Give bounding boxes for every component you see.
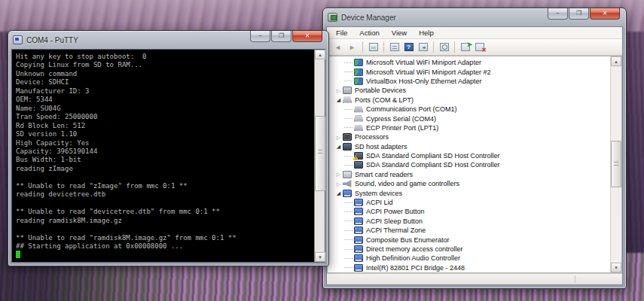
window-controls: − ❐ ✕ xyxy=(547,8,620,20)
expand-arrow-icon[interactable]: ▷ xyxy=(335,171,342,178)
tree-item-label: Composite Bus Enumerator xyxy=(366,236,450,244)
tree-item[interactable]: Intel(R) 82801 PCI Bridge - 2448 xyxy=(329,263,609,272)
terminal-line: reading zImage xyxy=(16,165,311,173)
tree-item[interactable]: Communications Port (COM1) xyxy=(329,105,609,114)
tree-item-label: SD host adapters xyxy=(355,143,407,150)
expand-arrow-icon[interactable]: ▷ xyxy=(335,87,342,94)
tree-item[interactable]: !SDA Standard Compliant SD Host Controll… xyxy=(329,151,609,160)
menu-help[interactable]: Help xyxy=(413,29,440,37)
scroll-down-icon[interactable]: ▼ xyxy=(611,263,621,272)
tree-item-label: VirtualBox Host-Only Ethernet Adapter xyxy=(366,78,481,85)
tree-item[interactable]: High Definition Audio Controller xyxy=(329,254,609,263)
device-manager-titlebar[interactable]: Device Manager − ❐ ✕ xyxy=(323,8,626,26)
tree-item-label: ACPI Thermal Zone xyxy=(366,227,426,234)
expand-arrow-icon[interactable]: ▷ xyxy=(335,181,342,187)
tree-item[interactable]: Direct memory access controller xyxy=(329,245,609,254)
scan-hardware-changes-icon[interactable] xyxy=(438,42,450,53)
minimize-button[interactable]: − xyxy=(250,31,270,42)
close-button[interactable]: ✕ xyxy=(590,8,620,20)
terminal-line: reading devicetree.dtb xyxy=(16,190,311,199)
collapse-arrow-icon[interactable]: ◢ xyxy=(335,190,342,196)
desktop: Device Manager − ❐ ✕ File Action View He… xyxy=(0,0,644,301)
tree-item-label: Cypress Serial (COM4) xyxy=(366,115,436,123)
uninstall-device-icon[interactable]: ✕ xyxy=(474,42,485,53)
minimize-button[interactable]: − xyxy=(548,8,568,20)
back-icon[interactable]: ◄ xyxy=(332,42,343,53)
tree-item[interactable]: ACPI Lid xyxy=(329,198,609,207)
show-console-tree-icon[interactable] xyxy=(368,42,379,53)
tree-connector xyxy=(344,267,353,268)
tree-item[interactable]: ◢Ports (COM & LPT) xyxy=(329,96,609,105)
toolbar-separator xyxy=(433,41,434,53)
tree-connector xyxy=(344,249,353,250)
tree-item-label: SDA Standard Compliant SD Host Controlle… xyxy=(366,152,500,160)
tree-item[interactable]: ◢System devices xyxy=(329,188,609,197)
terminal-output: Hit any key to stop autoboot: 0Copying L… xyxy=(16,53,311,251)
tree-item[interactable]: SDA Standard Compliant SD Host Controlle… xyxy=(329,160,609,169)
terminal-scrollbar[interactable]: ▲ ▼ xyxy=(314,50,325,262)
terminal-line xyxy=(16,199,311,208)
tree-item[interactable]: VirtualBox Host-Only Ethernet Adapter xyxy=(329,77,609,86)
terminal-line: ** Unable to read "ramdisk8M.image.gz" f… xyxy=(16,234,311,242)
putty-titlebar[interactable]: COM4 - PuTTY − ❐ ✕ xyxy=(8,31,328,49)
menu-file[interactable]: File xyxy=(330,29,353,37)
forward-icon[interactable]: ► xyxy=(346,42,358,53)
scroll-up-icon[interactable]: ▲ xyxy=(611,56,621,66)
tree-item[interactable]: Microsoft Virtual WiFi Miniport Adapter … xyxy=(329,67,609,76)
smart-card-icon xyxy=(343,171,352,178)
tree-item[interactable]: ▷Smart card readers xyxy=(329,170,609,179)
terminal-line xyxy=(16,173,311,181)
computer-icon xyxy=(354,264,363,272)
tree-item-label: Microsoft Virtual WiFi Miniport Adapter xyxy=(366,59,481,66)
tree-item-label: Microsoft Virtual WiFi Miniport Adapter … xyxy=(366,68,490,76)
collapse-arrow-icon[interactable]: ◢ xyxy=(335,96,342,103)
tree-item[interactable]: ACPI Thermal Zone xyxy=(329,226,609,235)
tree-item-label: System devices xyxy=(355,190,402,197)
menu-view[interactable]: View xyxy=(386,29,413,37)
tree-item[interactable]: ECP Printer Port (LPT1) xyxy=(329,123,609,132)
computer-icon xyxy=(354,208,363,215)
device-tree-scrollbar[interactable]: ▲ ▼ xyxy=(610,56,621,272)
device-manager-body: File Action View Help ◄ ► ? ➤ ✕ xyxy=(326,26,623,285)
terminal-line: Capacity: 3965190144 xyxy=(16,147,311,156)
processor-icon xyxy=(343,133,352,141)
network-adapter-icon xyxy=(354,59,363,66)
maximize-button[interactable]: ❐ xyxy=(569,8,589,20)
tree-item[interactable]: ▷Processors xyxy=(329,132,609,141)
menu-action[interactable]: Action xyxy=(353,29,385,37)
tree-item-label: SDA Standard Compliant SD Host Controlle… xyxy=(366,161,500,169)
help-icon[interactable]: ? xyxy=(403,42,414,53)
tree-item[interactable]: ◢SD host adapters xyxy=(329,142,609,151)
tree-item-label: ACPI Sleep Button xyxy=(366,217,423,225)
tree-item[interactable]: ACPI Sleep Button xyxy=(329,217,609,226)
scrollbar-thumb[interactable] xyxy=(315,116,325,191)
terminal[interactable]: Hit any key to stop autoboot: 0Copying L… xyxy=(11,49,325,263)
terminal-line xyxy=(16,225,311,233)
export-list-icon[interactable] xyxy=(389,42,400,53)
update-driver-software-icon[interactable]: ➤ xyxy=(459,42,471,53)
scroll-up-icon[interactable]: ▲ xyxy=(315,50,325,59)
tree-connector xyxy=(344,165,353,166)
speaker-icon xyxy=(343,180,352,187)
terminal-line: Hit any key to stop autoboot: 0 xyxy=(16,53,311,61)
serial-port-icon xyxy=(354,124,363,132)
tree-item[interactable]: Cypress Serial (COM4) xyxy=(329,114,609,123)
tree-item-label: ECP Printer Port (LPT1) xyxy=(366,124,438,132)
tree-item-label: Intel(R) 82801 PCI Bridge - 2448 xyxy=(366,264,465,272)
tree-item[interactable]: Microsoft Virtual WiFi Miniport Adapter xyxy=(329,58,609,67)
tree-item[interactable]: Composite Bus Enumerator xyxy=(329,235,609,244)
maximize-button[interactable]: ❐ xyxy=(271,31,291,42)
close-button[interactable]: ✕ xyxy=(292,31,322,42)
scroll-down-icon[interactable]: ▼ xyxy=(315,252,325,262)
tree-item[interactable]: ACPI Power Button xyxy=(329,207,609,216)
terminal-line: Bus Width: 1-bit xyxy=(16,156,311,164)
show-action-pane-icon[interactable] xyxy=(417,42,429,53)
expand-arrow-icon[interactable]: ▷ xyxy=(335,134,342,141)
statusbar xyxy=(327,273,622,284)
scrollbar-thumb[interactable] xyxy=(611,141,621,187)
terminal-line: ## Starting application at 0x00008000 ..… xyxy=(16,242,311,251)
tree-item[interactable]: ▷Sound, video and game controllers xyxy=(329,179,609,188)
tree-connector xyxy=(344,81,353,81)
tree-item[interactable]: ▷Portable Devices xyxy=(329,86,609,95)
collapse-arrow-icon[interactable]: ◢ xyxy=(335,143,342,150)
